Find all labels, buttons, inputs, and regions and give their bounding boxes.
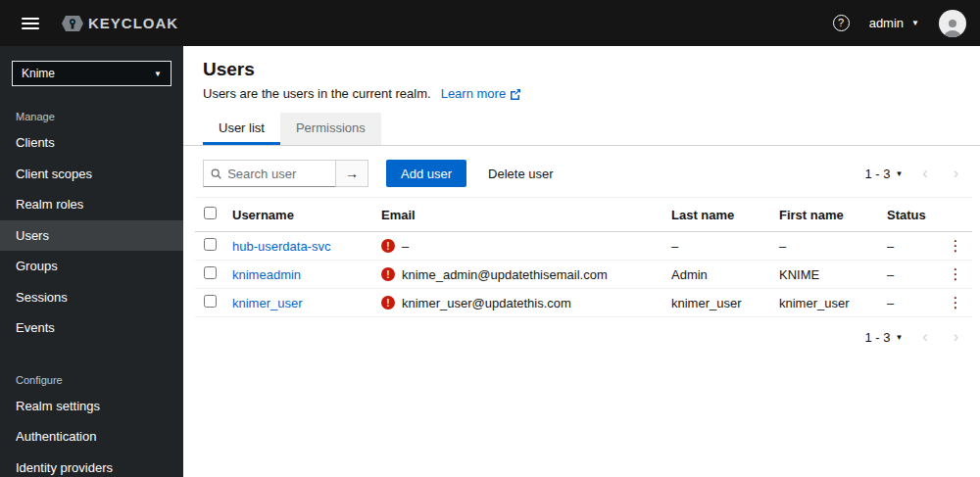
email-warning-icon: !	[381, 239, 395, 253]
pagination-range: 1 - 3	[864, 330, 890, 345]
col-email: Email	[373, 198, 663, 232]
arrow-right-icon: →	[345, 166, 359, 181]
sidebar-item-groups[interactable]: Groups	[0, 251, 183, 282]
external-link-icon	[510, 88, 521, 100]
keycloak-brand[interactable]: KEYCLOAK	[61, 15, 178, 32]
sidebar-item-clients[interactable]: Clients	[0, 127, 183, 159]
first-name-value: –	[771, 232, 879, 261]
chevron-down-icon: ▼	[895, 169, 903, 178]
learn-more-link[interactable]: Learn more	[441, 86, 521, 101]
users-table-wrap: Username Email Last name First name Stat…	[183, 197, 980, 317]
sidebar-item-authentication[interactable]: Authentication	[0, 421, 183, 453]
realm-selector-label: Knime	[22, 67, 55, 80]
sidebar-item-realm-settings[interactable]: Realm settings	[0, 391, 183, 422]
sidebar-item-events[interactable]: Events	[0, 312, 183, 344]
col-last-name: Last name	[663, 198, 771, 232]
email-value: –	[402, 239, 409, 254]
pagination-menu[interactable]: 1 - 3 ▼	[864, 167, 903, 181]
user-avatar-icon	[942, 16, 963, 37]
nav-section-configure: Configure Realm settings Authentication …	[0, 365, 183, 477]
sidebar-item-client-scopes[interactable]: Client scopes	[0, 159, 183, 190]
row-kebab-menu[interactable]: ⋮	[949, 266, 963, 281]
masthead: KEYCLOAK ? admin ▼	[0, 0, 980, 46]
row-checkbox[interactable]	[204, 266, 217, 279]
last-name-value: knimer_user	[663, 289, 771, 317]
delete-user-button[interactable]: Delete user	[474, 167, 566, 181]
table-row: knimeadmin !knime_admin@updatethisemail.…	[195, 261, 972, 289]
first-name-value: knimer_user	[771, 289, 879, 317]
row-kebab-menu[interactable]: ⋮	[949, 295, 963, 310]
learn-more-label: Learn more	[441, 86, 506, 101]
pagination-range: 1 - 3	[864, 167, 890, 181]
username-link[interactable]: knimer_user	[232, 296, 303, 310]
sidebar-item-identity-providers[interactable]: Identity providers	[0, 453, 183, 477]
table-row: knimer_user !knimer_user@updatethis.com …	[195, 289, 972, 317]
username-link[interactable]: knimeadmin	[232, 267, 301, 282]
email-warning-icon: !	[381, 296, 395, 310]
nav-section-label: Configure	[0, 365, 183, 391]
page-subtitle: Users are the users in the current realm…	[203, 86, 431, 101]
search-box	[203, 160, 336, 187]
sidebar: Knime ▼ Manage Clients Client scopes Rea…	[0, 46, 183, 477]
chevron-down-icon: ▼	[154, 70, 162, 78]
email-value: knimer_user@updatethis.com	[402, 296, 571, 310]
prev-page-button[interactable]: ‹	[922, 329, 927, 345]
next-page-button[interactable]: ›	[954, 166, 958, 181]
username-label: admin	[869, 16, 904, 30]
pagination-top: 1 - 3 ▼ ‹ ›	[864, 166, 962, 181]
prev-page-button[interactable]: ‹	[922, 166, 927, 181]
tab-permissions[interactable]: Permissions	[280, 113, 381, 145]
chevron-down-icon: ▼	[895, 333, 903, 342]
col-first-name: First name	[771, 198, 879, 232]
add-user-button[interactable]: Add user	[386, 160, 466, 187]
next-page-button[interactable]: ›	[954, 329, 958, 345]
row-kebab-menu[interactable]: ⋮	[949, 238, 963, 253]
last-name-value: –	[663, 232, 771, 261]
sidebar-item-users[interactable]: Users	[0, 220, 183, 252]
keycloak-logo-icon	[61, 15, 84, 32]
avatar[interactable]	[939, 10, 966, 37]
col-status: Status	[879, 198, 939, 232]
nav-toggle-icon[interactable]	[22, 18, 39, 29]
help-icon[interactable]: ?	[833, 15, 850, 31]
status-value: –	[879, 261, 939, 289]
email-value: knime_admin@updatethisemail.com	[402, 267, 608, 282]
chevron-down-icon: ▼	[911, 19, 919, 27]
search-icon	[211, 167, 221, 180]
pagination-menu[interactable]: 1 - 3 ▼	[864, 330, 903, 345]
nav-section-manage: Manage Clients Client scopes Realm roles…	[0, 102, 183, 344]
realm-selector[interactable]: Knime ▼	[12, 61, 172, 86]
user-dropdown[interactable]: admin ▼	[869, 16, 919, 30]
sidebar-item-realm-roles[interactable]: Realm roles	[0, 189, 183, 220]
table-row: hub-userdata-svc !– – – – ⋮	[195, 232, 972, 261]
email-warning-icon: !	[381, 267, 395, 281]
first-name-value: KNIME	[771, 261, 879, 289]
col-username: Username	[224, 198, 373, 232]
brand-text: KEYCLOAK	[88, 15, 178, 31]
users-table: Username Email Last name First name Stat…	[195, 197, 972, 317]
page-title: Users	[203, 59, 960, 80]
main-content: Users Users are the users in the current…	[183, 46, 980, 477]
search-input[interactable]	[227, 167, 328, 181]
status-value: –	[879, 289, 939, 317]
sidebar-item-sessions[interactable]: Sessions	[0, 282, 183, 313]
toolbar: → Add user Delete user 1 - 3 ▼ ‹ ›	[183, 146, 980, 197]
username-link[interactable]: hub-userdata-svc	[232, 239, 330, 254]
last-name-value: Admin	[663, 261, 771, 289]
pagination-bottom: 1 - 3 ▼ ‹ ›	[864, 329, 962, 345]
status-value: –	[879, 232, 939, 261]
search-submit-button[interactable]: →	[336, 160, 368, 187]
select-all-checkbox[interactable]	[204, 207, 217, 219]
row-checkbox[interactable]	[204, 295, 217, 308]
table-header-row: Username Email Last name First name Stat…	[195, 198, 972, 232]
row-checkbox[interactable]	[204, 238, 217, 251]
nav-section-label: Manage	[0, 102, 183, 127]
tab-user-list[interactable]: User list	[203, 113, 280, 145]
tab-bar: User list Permissions	[183, 113, 980, 146]
